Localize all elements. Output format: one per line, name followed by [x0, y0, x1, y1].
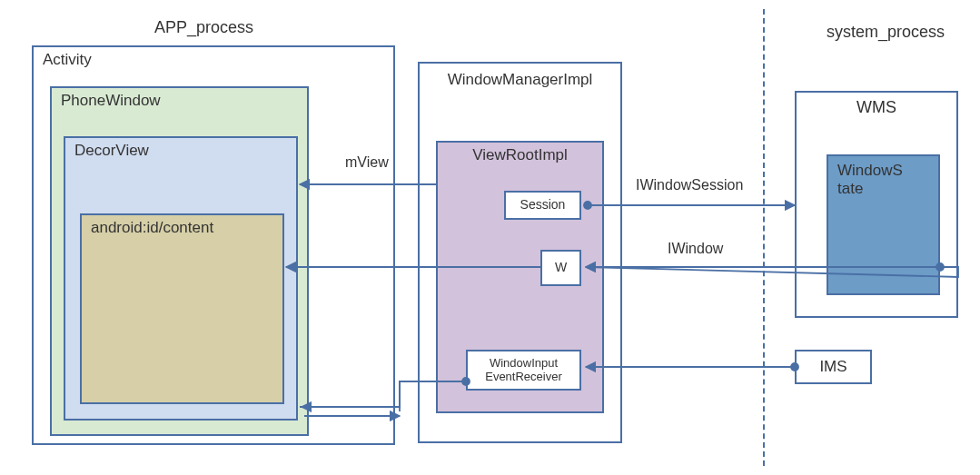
content-label: android:id/content: [91, 219, 213, 237]
iwindow-connector-label: IWindow: [668, 241, 723, 257]
view-root-impl-label: ViewRootImpl: [438, 146, 602, 164]
mview-connector-label: mView: [345, 154, 389, 171]
ims-label: IMS: [819, 359, 846, 376]
system-process-label: system_process: [827, 23, 945, 42]
window-input-event-receiver-box: WindowInput EventReceiver: [466, 350, 581, 391]
window-state-box: WindowS tate: [827, 154, 940, 295]
window-state-label: WindowS tate: [837, 162, 933, 198]
process-divider-line: [763, 9, 765, 466]
w-box: W: [540, 250, 581, 286]
content-box: android:id/content: [80, 213, 284, 404]
iwindowsession-connector-label: IWindowSession: [636, 177, 743, 193]
window-manager-impl-label: WindowManagerImpl: [420, 71, 620, 89]
ims-box: IMS: [795, 350, 872, 384]
wms-label: WMS: [797, 98, 956, 117]
phone-window-label: PhoneWindow: [61, 92, 161, 110]
session-box: Session: [504, 191, 581, 220]
decor-view-label: DecorView: [74, 142, 149, 160]
activity-label: Activity: [43, 51, 92, 69]
session-label: Session: [520, 198, 566, 212]
app-process-label: APP_process: [154, 18, 253, 37]
window-input-event-receiver-label: WindowInput EventReceiver: [485, 357, 562, 383]
w-label: W: [555, 261, 567, 274]
